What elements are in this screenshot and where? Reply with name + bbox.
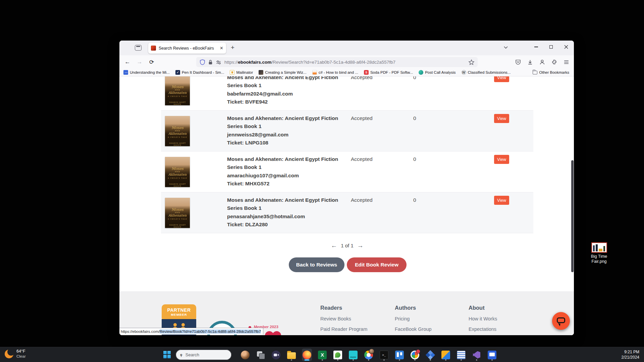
view-button[interactable]: View [494,76,509,82]
desktop-icon-big-time-fair[interactable]: Big TimeFair.png [583,242,615,264]
pocket-save-icon[interactable] [515,59,521,65]
task-view-icon [256,351,265,359]
taskbar-excel[interactable]: X [317,349,327,361]
edit-book-review-button[interactable]: Edit Book Review [347,257,407,272]
bookmark-item[interactable]: ⋯Understanding the Mi... [123,70,170,75]
review-title: Moses and Akhenaten: Ancient Egypt Ficti… [227,156,338,163]
review-status: Accepted [351,197,373,203]
footer-link-review-books[interactable]: Review Books [320,316,367,321]
start-button[interactable] [163,351,171,358]
taskbar-dev-tool[interactable] [441,349,451,361]
list-tabs-chevron-icon[interactable] [504,46,508,49]
reload-button[interactable]: ⟳ [147,57,156,67]
book-cover-thumbnail: Mosesand AkhenatenA Child's Tale Sharon … [165,198,190,228]
page-content: Mosesand AkhenatenA Child's Tale Sharon … [119,76,574,335]
other-bookmarks-button[interactable]: Other Bookmarks [533,70,569,74]
bookmark-favicon: S [364,70,369,75]
taskbar-search-highlight-avatar[interactable] [240,349,250,361]
footer-link-how-it-works[interactable]: How it Works [469,316,497,321]
pixel-diamond-icon [426,350,435,359]
moon-icon [5,350,13,358]
taskbar-chat[interactable] [271,349,281,361]
prev-page-arrow[interactable]: ← [331,242,337,249]
bookmark-item[interactable]: Post Call Analysis [419,70,455,75]
reviewer-email: penasarahjane35@hotmail.com [227,214,305,221]
footer-link-paid-reader-program[interactable]: Paid Reader Program [320,326,367,332]
view-button[interactable]: View [494,155,509,164]
bookmark-item[interactable]: ♛Mailinator [230,70,253,75]
footer-link-pricing[interactable]: Pricing [395,316,432,321]
taskbar-soda-pdf[interactable] [333,349,343,361]
new-tab-button[interactable]: + [231,44,234,51]
book-cover-thumbnail: Mosesand AkhenatenA Child's Tale Sharon … [165,116,190,146]
window-minimize-button[interactable] [529,41,543,53]
taskbar-notepad[interactable] [456,349,466,361]
lock-icon[interactable] [208,59,213,65]
member-logo [265,330,285,335]
trello-icon [395,351,404,359]
bookmark-item[interactable]: SSoda PDF - PDF Softw... [364,70,413,75]
footer-link-expectations[interactable]: Expectations [469,326,497,332]
menu-icon[interactable] [564,59,569,65]
reviewer-email: babefarm2024@gmail.com [227,91,293,98]
window-close-button[interactable] [559,41,573,53]
taskbar-trello[interactable] [394,349,405,361]
folder-icon [533,71,537,74]
window-maximize-button[interactable] [544,41,558,53]
review-ticket: Ticket: MHXG572 [227,181,269,188]
bookmark-item[interactable]: WClassified Submissions... [462,70,511,75]
book-cover-thumbnail: Mosesand AkhenatenA Child's Tale Sharon … [165,157,190,187]
taskbar-photos[interactable] [410,349,420,361]
back-to-reviews-button[interactable]: Back to Reviews [289,257,344,272]
taskbar-clock[interactable]: 9:21 PM 2/21/2024 [622,349,639,360]
review-row: Mosesand AkhenatenA Child's Tale Sharon … [161,152,533,192]
tab-close-icon[interactable]: ✕ [220,46,223,51]
permissions-icon[interactable] [216,59,221,65]
back-button[interactable]: ← [123,57,132,67]
url-bar[interactable]: https://ebookfairs.com/Review/Search?id=… [196,57,478,67]
taskbar-remote-desktop[interactable] [487,349,497,361]
bookmark-item[interactable]: ✓Pen It Dashboard - Sm... [175,70,224,75]
bookmark-favicon: ⋯ [123,70,128,75]
extensions-icon[interactable] [551,59,557,65]
bookmark-item[interactable]: c# - How to bind and ... [312,70,358,75]
next-page-arrow[interactable]: → [357,242,364,249]
tab-search-reviews[interactable]: Search Reviews - eBookFairs ✕ [148,43,226,54]
desktop-icon-label: Big TimeFair.png [583,254,615,264]
taskbar-terminal[interactable]: >_ [379,349,389,361]
view-button[interactable]: View [494,196,509,205]
tracking-shield-icon[interactable] [200,59,205,65]
taskbar: 64°F Clear ⌕ Search X music >_ 9:21 PM 2… [0,347,644,362]
weather-temperature: 64°F [16,349,25,354]
taskbar-visual-studio[interactable] [472,349,482,361]
terminal-icon: >_ [380,351,388,359]
remote-desktop-icon [488,351,496,359]
weather-widget[interactable]: 64°F Clear [5,349,25,359]
footer-heading-authors: Authors [395,305,432,311]
view-button[interactable]: View [494,114,509,123]
firefox-view-icon[interactable] [135,45,142,51]
review-title-line2: Series Book 1 [227,164,262,171]
taskbar-pixel-app[interactable] [425,349,435,361]
bookmark-star-icon[interactable] [469,59,474,65]
amazon-music-icon: music [349,351,358,359]
bookmark-item[interactable]: Creating a Simple Wiz... [259,70,306,75]
footer-heading-readers: Readers [320,305,367,311]
footer-link-facebook-group[interactable]: FaceBook Group [395,326,432,332]
taskbar-firefox[interactable] [302,349,312,361]
forward-button[interactable]: → [135,57,144,67]
firefox-icon [303,351,311,359]
taskbar-search-box[interactable]: ⌕ Search [176,350,231,360]
navigation-toolbar: ← → ⟳ https://ebookfairs.com/Review/Sear… [119,55,574,69]
page-scrollbar-thumb[interactable] [571,160,574,272]
taskbar-amazon-music[interactable]: music [348,349,358,361]
taskbar-chrome[interactable] [364,349,374,361]
account-icon[interactable] [539,59,545,65]
downloads-icon[interactable] [527,59,533,65]
tab-title: Search Reviews - eBookFairs [159,46,218,51]
taskbar-task-view[interactable] [256,349,266,361]
taskbar-file-explorer[interactable] [286,349,297,361]
reviewer-email: amarachiugo107@gmail.com [227,173,299,180]
chat-widget-button[interactable] [552,312,570,330]
bookmarks-bar: ⋯Understanding the Mi... ✓Pen It Dashboa… [119,69,574,76]
